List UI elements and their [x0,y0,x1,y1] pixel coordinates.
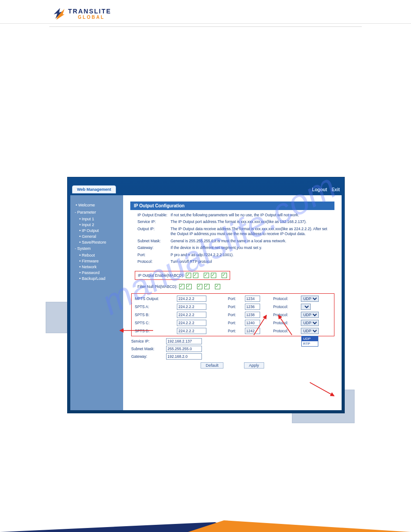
sptsa-port-input[interactable] [245,304,260,310]
filter-check-b[interactable] [197,284,202,289]
svg-marker-7 [188,520,411,532]
dropdown-option-rtp[interactable]: RTP [302,341,318,346]
app-topbar: Web Management Logout Exit [70,185,342,195]
proto-label-2: Protocol: [272,311,300,319]
logo-text-line1: TRANSLITE [68,9,111,14]
sidebar-section-parameter[interactable]: Parameter [74,209,120,216]
enable-check-a[interactable] [193,273,198,278]
desc-label-6: Protocol: [137,259,171,264]
header-rule [49,26,362,27]
port-label-2: Port: [227,311,244,319]
sidebar-item-network[interactable]: Network [79,264,120,270]
desc-label-5: Port: [137,253,171,257]
web-management-tab[interactable]: Web Management [72,185,116,193]
subnet-label: Subnet Mask: [131,347,166,351]
sidebar-item-input2[interactable]: Input 2 [79,222,120,227]
sidebar-item-password[interactable]: Password [79,270,120,275]
gateway-label: Gateway: [131,354,166,359]
row-label-3: SPTS C: [133,319,176,327]
desc-label-1: Service IP: [137,219,171,224]
exit-link[interactable]: Exit [332,187,340,192]
sptsb-proto-select[interactable]: UDP [301,312,319,318]
sidebar-item-firmware[interactable]: Firmware [79,258,120,264]
main-panel: IP Output Configuration IP Output Enable… [123,195,342,410]
output-table: MPTS Output: Port: Protocol: UDP SPTS A:… [131,293,334,336]
sidebar-item-input1[interactable]: Input 1 [79,216,120,222]
desc-text-5: P pro and n as udp://224.2.2.2:1001). [171,253,333,257]
enable-check-m[interactable] [186,273,191,278]
row-label-0: MPTS Output: [133,295,176,303]
mpts-port-input[interactable] [245,296,260,302]
port-label-1: Port: [227,303,244,311]
default-button[interactable]: Default [201,362,223,369]
row-spts-c: SPTS C: Port: Protocol: UDP [133,319,332,327]
sidebar-item-save-restore[interactable]: Save/Restore [79,239,120,245]
sptsd-proto-select[interactable]: UDP [301,328,319,334]
row-mpts: MPTS Output: Port: Protocol: UDP [133,295,332,303]
sptsc-proto-select[interactable]: UDP [301,320,319,326]
subnet-input[interactable] [166,346,202,352]
mpts-proto-select[interactable]: UDP [301,296,319,302]
row-spts-a: SPTS A: Port: Protocol: [133,303,332,311]
desc-text-0: If not set,the following parameters will… [171,213,333,218]
page-header: TRANSLITE GLOBAL [0,0,411,24]
desc-text-1: The IP Output port address.The format is… [171,219,333,224]
row-label-2: SPTS B: [133,311,176,319]
enable-label: IP Output Enable(MABCD): [138,273,184,278]
sptsd-ip-input[interactable] [177,328,206,334]
sidebar-item-ip-output[interactable]: IP Output [79,227,120,233]
sidebar-item-reboot[interactable]: Reboot [79,252,120,258]
proto-label-0: Protocol: [272,295,300,303]
port-label-3: Port: [227,319,244,327]
port-label-4: Port: [227,327,244,335]
proto-label-3: Protocol: [272,319,300,327]
row-label-1: SPTS A: [133,303,176,311]
filter-check-d[interactable] [215,284,220,289]
filter-null-pkt-row: Filter Null Pkt(MABCD): [135,283,223,291]
logo-text-line2: GLOBAL [78,15,111,20]
enable-check-c[interactable] [211,273,216,278]
filter-check-c[interactable] [204,284,210,289]
logout-link[interactable]: Logout [312,187,327,192]
sidebar-item-welcome[interactable]: Welcome [74,202,120,209]
apply-button[interactable]: Apply [244,362,264,369]
enable-check-b[interactable] [204,273,209,278]
ip-output-enable-row: IP Output Enable(MABCD): [135,271,230,280]
sidebar: Welcome Parameter Input 1 Input 2 IP Out… [70,195,123,410]
desc-text-4: If the device is in different net segmen… [171,245,333,250]
sidebar-section-system[interactable]: System [74,245,120,252]
filter-check-m[interactable] [179,284,184,289]
sptsa-proto-select[interactable] [301,304,311,310]
port-label-0: Port: [227,295,244,303]
sptsb-ip-input[interactable] [177,312,206,318]
row-spts-b: SPTS B: Port: Protocol: UDP [133,311,332,319]
row-label-4: SPTS D: [133,327,176,335]
sptsc-ip-input[interactable] [177,320,206,326]
row-spts-d: SPTS D: Port: Protocol: UDP [133,327,332,335]
dropdown-option-udp[interactable]: UDP [302,336,318,341]
desc-label-3: Subnet Mask: [137,239,171,244]
sidebar-item-backup-load[interactable]: Backup/Load [79,275,120,281]
desc-label-2: Output IP: [137,227,171,237]
protocol-dropdown-open[interactable]: UDP RTP [301,336,318,347]
sptsd-port-input[interactable] [245,328,260,334]
desc-label-4: Gateway: [137,245,171,250]
description-block: IP Output Enable:If not set,the followin… [130,210,334,269]
sptsc-port-input[interactable] [245,320,260,326]
logo: TRANSLITE GLOBAL [54,8,411,20]
app-frame: Web Management Logout Exit Welcome Param… [67,177,345,413]
desc-label-0: IP Output Enable: [137,213,171,218]
sptsb-port-input[interactable] [245,312,260,318]
filter-label: Filter Null Pkt(MABCD): [137,284,177,289]
service-ip-label: Service IP: [131,339,166,343]
enable-check-d[interactable] [222,273,227,278]
sptsa-ip-input[interactable] [177,304,206,310]
sidebar-item-general[interactable]: General [79,233,120,239]
desc-text-6: Turn on/off RTP protocol [171,259,333,264]
mpts-ip-input[interactable] [177,296,206,302]
filter-check-a[interactable] [186,284,192,289]
proto-label-1: Protocol: [272,303,300,311]
footer-decoration [0,517,411,532]
service-ip-input[interactable] [166,338,202,344]
gateway-input[interactable] [166,353,202,360]
